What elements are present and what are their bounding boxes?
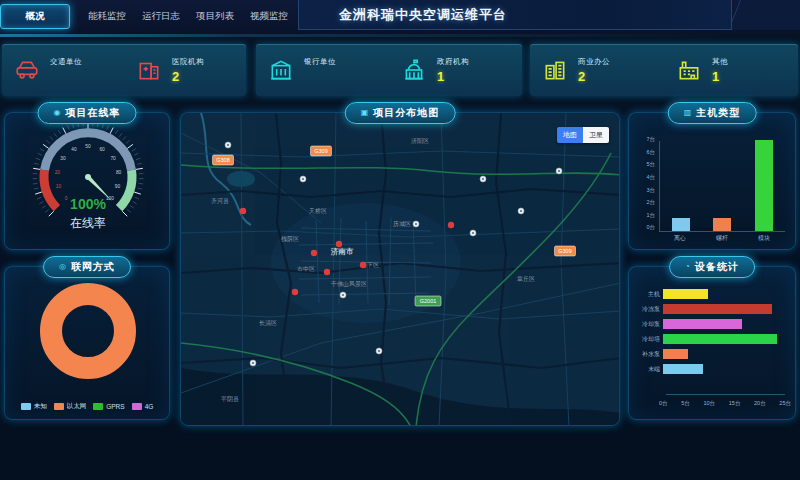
stat-bank[interactable]: 银行单位	[256, 57, 389, 83]
place-label: 长清区	[259, 319, 277, 326]
row-bar	[663, 319, 742, 329]
y-tick: 1台	[633, 213, 655, 219]
legend-label: 未知	[34, 402, 47, 411]
globe-icon: ◎	[59, 263, 66, 271]
tab-energy-monitor[interactable]: 能耗监控	[88, 4, 126, 29]
svg-text:50: 50	[85, 144, 91, 149]
y-tick: 7台	[633, 137, 655, 143]
compass-icon: ◔	[685, 263, 690, 271]
map-canvas[interactable]: G308G309G309G2001 齐河县济阳区天桥区历城区槐荫区济南市历下区市…	[181, 113, 619, 425]
legend-item-未知[interactable]: 未知	[21, 402, 47, 411]
office-icon	[542, 57, 568, 83]
panel-online-rate-header: ◉ 项目在线率	[38, 102, 137, 124]
panel-host-title: 主机类型	[696, 106, 740, 120]
stat-traffic[interactable]: 交通单位	[2, 57, 124, 83]
svg-text:10: 10	[56, 184, 62, 189]
place-label: 章丘区	[517, 275, 535, 282]
panel-device-header: ◔ 设备统计	[669, 256, 755, 278]
device-row-末端: 末端	[637, 364, 785, 374]
stat-label: 银行单位	[304, 57, 336, 67]
map-mode-button[interactable]: 地图	[557, 127, 583, 143]
top-nav-bar: 概况能耗监控运行日志项目列表视频监控 金洲科瑞中央空调运维平台	[0, 0, 800, 34]
legend-swatch	[21, 403, 31, 410]
device-row-冷冻泵: 冷冻泵	[637, 304, 785, 314]
project-marker[interactable]	[336, 241, 342, 247]
svg-text:20: 20	[55, 170, 61, 175]
tab-overview[interactable]: 概况	[0, 4, 70, 29]
legend-item-GPRS[interactable]: GPRS	[93, 402, 124, 411]
place-label: 市中区	[297, 265, 315, 272]
network-legend: 未知以太网GPRS4G	[5, 402, 169, 411]
panel-network-type: ◎ 联网方式 未知以太网GPRS4G	[4, 266, 170, 420]
nav-tabs: 概况能耗监控运行日志项目列表视频监控	[0, 4, 304, 29]
project-marker[interactable]	[448, 222, 454, 228]
legend-swatch	[93, 403, 103, 410]
title-box: 金洲科瑞中央空调运维平台	[298, 0, 732, 30]
panel-device-stats: ◔ 设备统计 主机冷冻泵冷却泵冷却塔补水泵末端 0台5台10台15台20台25台	[628, 266, 796, 420]
panel-network-title: 联网方式	[71, 260, 115, 274]
place-label: 槐荫区	[281, 235, 299, 243]
legend-label: 4G	[145, 403, 154, 410]
tab-run-log[interactable]: 运行日志	[142, 4, 180, 29]
place-label: 济阳区	[411, 137, 429, 145]
car-icon	[14, 57, 40, 83]
project-marker[interactable]	[360, 262, 366, 268]
stat-hospital[interactable]: 医院机构2	[124, 57, 246, 84]
stat-other[interactable]: 其他1	[664, 57, 798, 84]
gauge-label: 在线率	[70, 216, 106, 230]
project-marker[interactable]	[324, 269, 330, 275]
tab-project-list[interactable]: 项目列表	[196, 4, 234, 29]
x-tick: 15台	[729, 400, 741, 407]
panel-host-type: ▥ 主机类型 7台6台5台4台3台2台1台0台 离心螺杆模块	[628, 112, 796, 250]
svg-text:G308: G308	[216, 157, 229, 163]
stat-count: 1	[437, 69, 469, 84]
gauge-hub	[85, 174, 91, 180]
svg-text:60: 60	[99, 147, 105, 152]
map-icon: ▣	[361, 109, 369, 117]
row-bar	[663, 364, 703, 374]
device-row-补水泵: 补水泵	[637, 349, 785, 359]
device-chart-x-axis: 0台5台10台15台20台25台	[659, 400, 791, 407]
bar-离心	[672, 218, 690, 231]
stat-label: 政府机构	[437, 57, 469, 67]
project-marker[interactable]	[240, 208, 246, 214]
svg-text:G2001: G2001	[420, 298, 437, 304]
map-container: G308G309G309G2001 齐河县济阳区天桥区历城区槐荫区济南市历下区市…	[181, 113, 619, 425]
stat-card-0: 交通单位医院机构2	[2, 44, 246, 96]
panel-online-rate: ◉ 项目在线率 0102030405060708090100 100% 在线率	[4, 112, 170, 250]
satellite-mode-button[interactable]: 卫星	[583, 127, 609, 143]
stat-office[interactable]: 商业办公2	[530, 57, 664, 84]
stat-card-2: 商业办公2其他1	[530, 44, 798, 96]
y-tick: 6台	[633, 150, 655, 156]
svg-text:30: 30	[60, 156, 66, 161]
row-label: 主机	[637, 290, 663, 299]
stat-count: 2	[578, 69, 610, 84]
network-donut-chart	[5, 267, 171, 395]
y-tick: 3台	[633, 188, 655, 194]
project-marker[interactable]	[292, 289, 298, 295]
device-chart-rows: 主机冷冻泵冷却泵冷却塔补水泵末端	[637, 289, 785, 379]
bar-螺杆	[713, 218, 731, 231]
online-rate-gauge: 0102030405060708090100 100% 在线率	[5, 113, 171, 239]
y-tick: 5台	[633, 162, 655, 168]
page-title: 金洲科瑞中央空调运维平台	[299, 6, 507, 24]
legend-swatch	[54, 403, 64, 410]
stat-label: 其他	[712, 57, 728, 67]
dashboard: 概况能耗监控运行日志项目列表视频监控 金洲科瑞中央空调运维平台 交通单位医院机构…	[0, 0, 800, 480]
stat-label: 交通单位	[50, 57, 82, 67]
svg-text:G309: G309	[314, 148, 327, 154]
stat-label: 医院机构	[172, 57, 204, 67]
map-type-control: 地图卫星	[557, 127, 609, 143]
tab-video-monitor[interactable]: 视频监控	[250, 4, 288, 29]
place-label: 天桥区	[309, 207, 327, 214]
gauge-zone-red	[44, 170, 57, 208]
stat-government[interactable]: 政府机构1	[389, 57, 522, 84]
gauge-value: 100%	[70, 196, 106, 212]
project-marker[interactable]	[311, 250, 317, 256]
y-tick: 4台	[633, 175, 655, 181]
legend-item-4G[interactable]: 4G	[132, 402, 154, 411]
host-chart-y-axis: 7台6台5台4台3台2台1台0台	[633, 137, 655, 231]
x-tick: 10台	[703, 400, 715, 407]
legend-item-以太网[interactable]: 以太网	[54, 402, 87, 411]
legend-swatch	[132, 403, 142, 410]
